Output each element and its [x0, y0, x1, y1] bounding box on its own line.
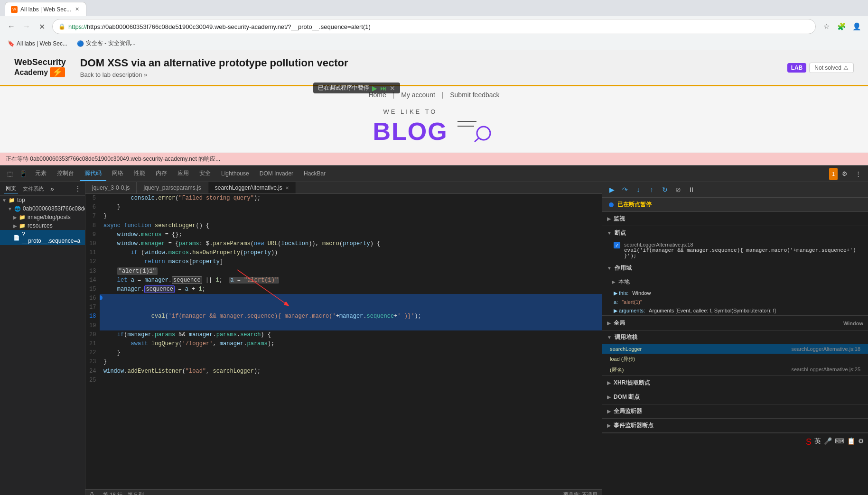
code-content: 5 6 7 8 9 10 11 12 13 14 15 16 17 18	[85, 194, 602, 489]
code-line-13: if (window.macros.hasOwnProperty(propert…	[100, 248, 602, 257]
forward-button[interactable]: →	[20, 20, 33, 33]
devtools-tab-application[interactable]: 应用	[173, 166, 194, 181]
nav-feedback[interactable]: Submit feedback	[450, 91, 499, 99]
tree-item-images[interactable]: ▶ 📁 image/blog/posts	[0, 213, 85, 221]
scope-this-value: Window	[632, 290, 651, 296]
local-label: 本地	[618, 278, 630, 286]
code-tab-close-icon[interactable]: ✕	[285, 185, 289, 191]
call-stack-item-2[interactable]: load (异步)	[602, 354, 868, 365]
logo-area: WebSecurity Academy ⚡	[14, 58, 66, 78]
watch-arrow: ▶	[607, 216, 611, 221]
bookmark-security[interactable]: 🔵 安全客 - 安全资讯...	[74, 38, 139, 48]
tree-arrow-domain: ▼	[8, 206, 12, 211]
devtools-more-btn[interactable]: ⋮	[852, 168, 864, 180]
bookmark-star-icon[interactable]: ☆	[820, 20, 833, 33]
tree-item-domain[interactable]: ▼ 🌐 0ab000060353f766c08de	[0, 204, 85, 213]
scope-section: ▼ 作用域 ▶ 本地 ▶ this: Window	[602, 261, 868, 316]
back-to-lab-link[interactable]: Back to lab description »	[80, 71, 773, 78]
filetree-more-btn[interactable]: »	[50, 185, 54, 192]
global-header[interactable]: ▶ 全局 Window	[602, 316, 868, 330]
tree-domain-icon: 🌐	[14, 206, 21, 212]
xhr-header[interactable]: ▶ XHR/提取断点	[602, 376, 868, 390]
devtools-tab-network[interactable]: 网络	[107, 166, 128, 181]
watch-header[interactable]: ▶ 监视	[602, 212, 868, 226]
breakpoint-item: ✓ searchLoggerAlternative.js:18 eval('if…	[602, 240, 868, 261]
profile-icon[interactable]: 👤	[850, 20, 863, 33]
tree-item-resources[interactable]: ▶ 📁 resources	[0, 221, 85, 230]
devtools-tab-elements[interactable]: 元素	[30, 166, 51, 181]
paused-banner: 已在断点暂停	[602, 198, 868, 212]
breakpoints-label: 断点	[615, 229, 626, 237]
global-arrow: ▶	[607, 321, 611, 326]
tree-folder-icon: 📁	[9, 197, 15, 203]
step-btn[interactable]: ↻	[659, 184, 671, 195]
global-listeners-header[interactable]: ▶ 全局监听器	[602, 404, 868, 418]
waiting-bar: 正在等待 0ab000060353f766c08de51900c30049.we…	[0, 153, 868, 165]
devtools-tab-hackbar[interactable]: HackBar	[299, 167, 330, 181]
code-tab-searchlogger[interactable]: searchLoggerAlternative.js ✕	[208, 182, 296, 193]
line-numbers: 5 6 7 8 9 10 11 12 13 14 15 16 17 18	[85, 194, 100, 489]
not-solved-text: Not solved	[814, 64, 841, 71]
devtools-settings-btn[interactable]: ⚙	[839, 168, 851, 180]
code-tab-parseparams[interactable]: jquery_parseparams.js	[137, 182, 208, 193]
event-listeners-header[interactable]: ▶ 事件监听器断点	[602, 419, 868, 432]
resume-button[interactable]: ▶	[372, 84, 377, 92]
not-solved-icon: ⚠	[843, 64, 849, 71]
code-tab-jquery[interactable]: jquery_3-0-0.js	[85, 182, 137, 193]
bookmark-alllabs[interactable]: 🔖 All labs | Web Sec...	[5, 39, 70, 48]
filetree-tab-webpage[interactable]: 网页	[4, 184, 18, 193]
devtools-tab-memory[interactable]: 内存	[151, 166, 172, 181]
step-out-btn[interactable]: ↑	[646, 184, 657, 195]
back-button[interactable]: ←	[5, 20, 18, 33]
reload-button[interactable]: ✕	[35, 20, 48, 33]
address-bar[interactable]: 🔒 https://https://0ab000060353f766c08de5…	[52, 19, 816, 34]
step-into-btn[interactable]: ↓	[633, 184, 644, 195]
xhr-arrow: ▶	[607, 380, 611, 385]
active-tab[interactable]: W All labs | Web Sec... ✕	[5, 2, 86, 16]
devtools-tab-lighthouse[interactable]: Lighthouse	[216, 167, 254, 181]
bookmark-alllabs-label: All labs | Web Sec...	[17, 40, 67, 47]
call-stack-header[interactable]: ▼ 调用堆栈	[602, 330, 868, 344]
breakpoints-header[interactable]: ▼ 断点	[602, 226, 868, 240]
tab-close-icon[interactable]: ✕	[74, 5, 80, 13]
logo-icon: ⚡	[50, 67, 65, 78]
step-button[interactable]: ⏭	[380, 84, 387, 92]
tree-item-top[interactable]: ▼ 📁 top	[0, 196, 85, 204]
filetree-options-btn[interactable]: ⋮	[75, 185, 81, 192]
call-stack-item-3[interactable]: (匿名) searchLoggerAlternative.js:25	[602, 365, 868, 376]
device-mode-btn[interactable]: 📱	[17, 168, 29, 180]
pause-exceptions-btn[interactable]: ⏸	[686, 184, 697, 195]
paused-dot	[609, 202, 614, 207]
extensions-icon[interactable]: 🧩	[835, 20, 848, 33]
local-scope-header[interactable]: ▶ 本地	[602, 275, 868, 289]
tree-label-proto: ?__proto__.sequence=a	[22, 231, 83, 244]
tree-folder-resources-icon: 📁	[19, 223, 26, 229]
tree-arrow-resources: ▶	[13, 223, 17, 229]
nav-account[interactable]: My account	[401, 91, 435, 99]
devtools-tab-security[interactable]: 安全	[195, 166, 215, 181]
step-over-btn[interactable]: ↷	[619, 184, 631, 195]
hero-large-text: BLOG	[373, 117, 448, 146]
close-pause-button[interactable]: ✕	[390, 84, 395, 92]
devtools-tab-performance[interactable]: 性能	[129, 166, 150, 181]
inspect-element-btn[interactable]: ⬚	[4, 168, 16, 180]
lab-badge: LAB	[787, 63, 807, 73]
toolbar-icons: ☆ 🧩 👤	[820, 20, 863, 33]
page-wrapper: 已在调试程序中暂停 ▶ ⏭ ✕ WebSecurity Academy ⚡ DO…	[0, 50, 868, 495]
devtools-tab-sources[interactable]: 源代码	[80, 166, 106, 181]
call-stack-item-1[interactable]: searchLogger searchLoggerAlternative.js:…	[602, 344, 868, 354]
breakpoint-dot	[100, 295, 103, 300]
scope-header[interactable]: ▼ 作用域	[602, 261, 868, 275]
resume-execution-btn[interactable]: ▶	[606, 184, 617, 195]
tree-item-proto[interactable]: 📄 ?__proto__.sequence=a	[0, 230, 85, 245]
dom-header[interactable]: ▶ DOM 断点	[602, 390, 868, 404]
global-label: 全局	[614, 319, 625, 327]
devtools-tab-domi[interactable]: DOM Invader	[255, 167, 298, 181]
devtools-badge[interactable]: 1	[829, 168, 838, 180]
filetree-tab-filesystem[interactable]: 文件系统	[21, 184, 46, 193]
tab-favicon: W	[11, 6, 18, 13]
code-line-8: }	[100, 212, 602, 221]
deactivate-bps-btn[interactable]: ⊘	[672, 184, 684, 195]
watch-section: ▶ 监视	[602, 212, 868, 226]
devtools-tab-console[interactable]: 控制台	[52, 166, 79, 181]
